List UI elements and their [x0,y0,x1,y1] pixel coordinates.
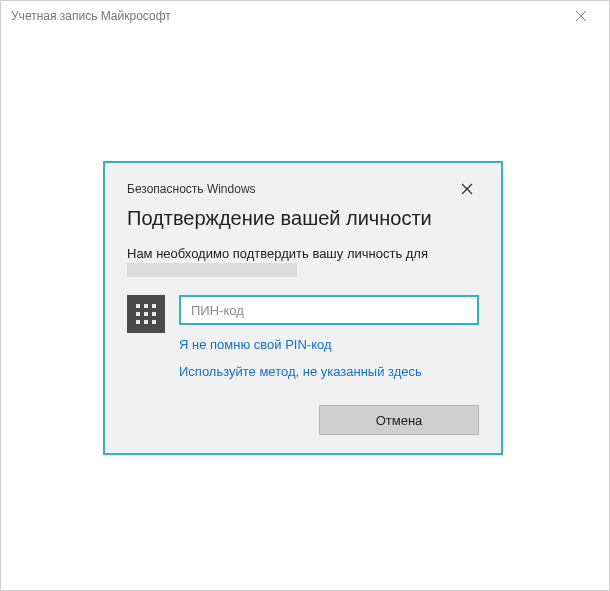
identity-account-redacted [127,263,297,277]
outer-window-title: Учетная запись Майкрософт [11,9,561,23]
identity-prompt-text: Нам необходимо подтвердить вашу личность… [127,246,479,261]
outer-window: Учетная запись Майкрософт Безопасность W… [0,0,610,591]
security-dialog: Безопасность Windows Подтверждение вашей… [103,161,503,455]
pin-input[interactable] [179,295,479,325]
keypad-icon [127,295,165,333]
close-icon [461,183,473,195]
close-icon [576,11,586,21]
outer-titlebar: Учетная запись Майкрософт [1,1,609,31]
pin-entry-row: Я не помню свой PIN-код Используйте мето… [127,295,479,379]
dialog-title: Подтверждение вашей личности [127,207,479,230]
dialog-close-button[interactable] [455,177,479,201]
outer-close-button[interactable] [561,2,601,30]
pin-column: Я не помню свой PIN-код Используйте мето… [179,295,479,379]
dialog-header: Безопасность Windows [127,177,479,201]
forgot-pin-link[interactable]: Я не помню свой PIN-код [179,337,479,352]
other-method-link[interactable]: Используйте метод, не указанный здесь [179,364,479,379]
dialog-button-row: Отмена [127,405,479,435]
dialog-subheading: Безопасность Windows [127,182,256,196]
cancel-button[interactable]: Отмена [319,405,479,435]
